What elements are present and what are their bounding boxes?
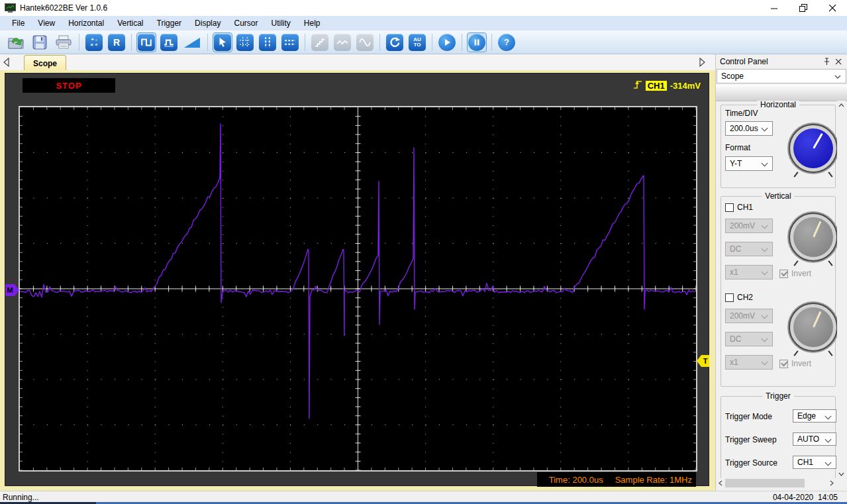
horizontal-cursor-button[interactable] (280, 32, 300, 52)
tab-scroll-left-icon[interactable] (2, 57, 11, 68)
menu-item-help[interactable]: Help (297, 17, 327, 30)
pause-icon (468, 34, 485, 51)
reference-button[interactable]: R (107, 32, 126, 52)
panel-mode-select[interactable]: Scope (717, 69, 846, 83)
ch1-voltsdiv-select[interactable]: 200mV (725, 219, 773, 233)
knob-pointer (813, 221, 821, 238)
trigger-source-value: CH1 (797, 458, 813, 467)
control-panel-title: Control Panel (720, 57, 821, 66)
menu-item-cursor[interactable]: Cursor (227, 17, 264, 30)
smooth-wave-button[interactable] (332, 32, 352, 52)
grid-measure-button[interactable] (235, 32, 255, 52)
vertical-cursor-button[interactable] (258, 32, 277, 52)
sine-wave-button[interactable] (355, 32, 375, 52)
scroll-up-icon[interactable] (837, 101, 846, 109)
ch1-invert-label: Invert (791, 269, 811, 278)
math-button[interactable]: + -× ÷ (84, 32, 104, 52)
ch2-invert-checkbox[interactable]: Invert (779, 359, 811, 368)
play-icon (438, 34, 456, 51)
panel-mode-value: Scope (721, 72, 744, 81)
ramp-button[interactable] (181, 32, 203, 52)
restore-button[interactable] (789, 0, 818, 16)
ch2-position-knob[interactable] (789, 303, 838, 352)
trigger-marker-label: T (701, 355, 709, 367)
toolbar-separator (131, 34, 132, 51)
toolbar-separator (79, 34, 79, 51)
auto-setup-button[interactable]: AUTO (407, 32, 427, 52)
control-panel-content: Horizontal Time/DIV 200.0us Format Y-T V… (716, 101, 838, 478)
scrollbar-thumb[interactable] (725, 479, 805, 487)
timediv-select[interactable]: 200.0us (725, 121, 773, 136)
horizontal-position-knob[interactable] (789, 124, 838, 173)
format-select[interactable]: Y-T (725, 156, 773, 171)
ramp-icon (183, 34, 201, 51)
menu-item-trigger[interactable]: Trigger (150, 17, 189, 30)
ch1-enable-checkbox[interactable]: CH1 (725, 203, 753, 212)
menu-item-display[interactable]: Display (188, 17, 227, 30)
trigger-sweep-select[interactable]: AUTO (793, 432, 836, 446)
acquisition-status: STOP (23, 78, 115, 93)
smooth-wave-icon (334, 34, 351, 51)
ch1-coupling-select[interactable]: DC (725, 242, 773, 256)
waveform-plot (19, 106, 697, 472)
ch1-probe-select[interactable]: x1 (725, 265, 773, 279)
help-button[interactable]: ? (497, 32, 517, 52)
cursor-select-button[interactable] (213, 32, 232, 52)
trigger-mode-select[interactable]: Edge (793, 409, 836, 423)
toolbar-separator (432, 34, 432, 51)
ch2-coupling-select[interactable]: DC (725, 332, 773, 346)
play-button[interactable] (437, 32, 457, 52)
tab-scope[interactable]: Scope (24, 55, 66, 71)
trigger-group-title: Trigger (762, 391, 794, 401)
format-label: Format (725, 143, 750, 152)
status-text: Running... (3, 493, 39, 502)
trigger-source-select[interactable]: CH1 (793, 456, 836, 469)
toolbar-separator (305, 34, 305, 51)
ch1-position-knob[interactable] (789, 213, 838, 262)
pin-icon[interactable] (821, 56, 832, 68)
timediv-label: Time/DIV (725, 109, 758, 118)
cursor-select-icon (214, 34, 231, 51)
square-wave-button[interactable] (136, 32, 156, 52)
ch2-probe-select[interactable]: x1 (725, 355, 773, 370)
ch1-probe-value: x1 (730, 268, 738, 277)
ch1-invert-checkbox[interactable]: Invert (779, 269, 811, 278)
panel-vertical-scrollbar[interactable] (837, 101, 846, 478)
step-wave-button[interactable] (310, 32, 330, 52)
format-value: Y-T (730, 159, 742, 168)
sine-wave-icon (356, 34, 374, 51)
pulse-wave-button[interactable] (159, 32, 179, 52)
menu-item-view[interactable]: View (31, 17, 62, 30)
status-bar: Running... 04-04-2020 14:05 (0, 491, 847, 504)
trigger-level-marker[interactable]: T (697, 355, 709, 367)
tab-scroll-right-icon[interactable] (697, 57, 707, 68)
scroll-down-icon[interactable] (837, 470, 846, 478)
ch2-voltsdiv-select[interactable]: 200mV (725, 309, 773, 323)
print-icon (54, 34, 73, 51)
menu-item-file[interactable]: File (5, 17, 31, 30)
ch2-coupling-value: DC (730, 334, 741, 344)
menu-item-utility[interactable]: Utility (264, 17, 297, 30)
horizontal-cursor-icon (281, 34, 299, 51)
print-button[interactable] (53, 32, 74, 52)
minimize-button[interactable] (760, 0, 789, 16)
trigger-edge-icon (633, 79, 642, 92)
open-file-button[interactable] (5, 32, 26, 52)
menu-item-horizontal[interactable]: Horizontal (62, 17, 111, 30)
scroll-right-icon[interactable] (827, 478, 836, 488)
menu-bar: FileViewHorizontalVerticalTriggerDisplay… (0, 16, 847, 30)
panel-horizontal-scrollbar[interactable] (716, 478, 836, 488)
close-button[interactable] (818, 0, 847, 16)
ch2-enable-checkbox[interactable]: CH2 (725, 293, 753, 302)
pause-button[interactable] (467, 32, 487, 52)
math-channel-position-marker[interactable]: M (5, 284, 19, 296)
menu-item-vertical[interactable]: Vertical (111, 17, 150, 30)
title-bar: Hantek6022BE Ver 1.0.6 (0, 0, 847, 16)
refresh-button[interactable] (385, 32, 405, 52)
window-title: Hantek6022BE Ver 1.0.6 (20, 3, 107, 13)
math-channel-marker-arrow-icon (15, 284, 19, 296)
scroll-left-icon[interactable] (716, 478, 725, 488)
control-panel-close-icon[interactable] (832, 56, 844, 68)
ch2-voltsdiv-value: 200mV (730, 311, 755, 321)
save-file-button[interactable] (29, 32, 50, 52)
